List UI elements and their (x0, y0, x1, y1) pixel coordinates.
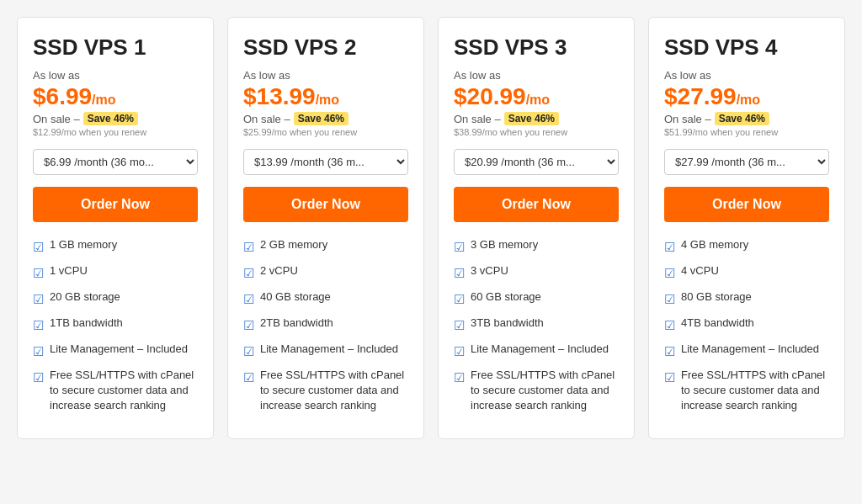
plan-term-select[interactable]: $27.99 /month (36 m... (664, 149, 829, 175)
sale-line: On sale – Save 46% (33, 112, 198, 125)
feature-text: 4TB bandwidth (681, 316, 754, 331)
renew-price: $38.99/mo when you renew (454, 127, 619, 137)
plan-price: $13.99/mo (243, 83, 408, 110)
checkmark-icon: ☑ (33, 316, 44, 334)
feature-item: ☑Lite Management – Included (33, 342, 198, 360)
feature-text: 3TB bandwidth (471, 316, 544, 331)
checkmark-icon: ☑ (33, 290, 44, 308)
order-now-button[interactable]: Order Now (33, 187, 198, 222)
feature-text: 1 vCPU (50, 263, 88, 279)
feature-text: Free SSL/HTTPS with cPanel to secure cus… (50, 368, 198, 414)
feature-item: ☑2TB bandwidth (243, 316, 408, 334)
renew-price: $12.99/mo when you renew (33, 127, 198, 137)
plan-title: SSD VPS 2 (243, 34, 408, 61)
as-low-as-label: As low as (664, 69, 829, 82)
checkmark-icon: ☑ (243, 369, 254, 386)
feature-text: 2 GB memory (260, 237, 327, 252)
plan-card-vps3: SSD VPS 3As low as$20.99/moOn sale – Sav… (438, 17, 635, 439)
feature-text: Free SSL/HTTPS with cPanel to secure cus… (471, 368, 619, 414)
checkmark-icon: ☑ (243, 264, 254, 282)
sale-text: On sale – (33, 113, 80, 125)
features-list: ☑3 GB memory☑3 vCPU☑60 GB storage☑3TB ba… (454, 237, 619, 414)
feature-item: ☑Free SSL/HTTPS with cPanel to secure cu… (454, 368, 619, 414)
checkmark-icon: ☑ (454, 342, 465, 360)
checkmark-icon: ☑ (454, 290, 465, 308)
checkmark-icon: ☑ (664, 290, 675, 308)
as-low-as-label: As low as (454, 69, 619, 82)
sale-text: On sale – (243, 113, 290, 125)
checkmark-icon: ☑ (243, 342, 254, 360)
save-badge: Save 46% (504, 112, 559, 125)
checkmark-icon: ☑ (454, 238, 465, 256)
checkmark-icon: ☑ (454, 316, 465, 334)
features-list: ☑2 GB memory☑2 vCPU☑40 GB storage☑2TB ba… (243, 237, 408, 414)
plan-card-vps4: SSD VPS 4As low as$27.99/moOn sale – Sav… (648, 17, 845, 439)
checkmark-icon: ☑ (664, 342, 675, 360)
feature-item: ☑1 GB memory (33, 237, 198, 256)
save-badge: Save 46% (83, 112, 138, 125)
plan-card-vps1: SSD VPS 1As low as$6.99/moOn sale – Save… (17, 17, 214, 439)
feature-text: 4 vCPU (681, 263, 719, 279)
feature-item: ☑4TB bandwidth (664, 316, 829, 334)
sale-line: On sale – Save 46% (664, 112, 829, 125)
as-low-as-label: As low as (33, 69, 198, 82)
feature-item: ☑20 GB storage (33, 289, 198, 308)
plan-title: SSD VPS 4 (664, 34, 829, 61)
feature-item: ☑Lite Management – Included (454, 342, 619, 360)
plan-price: $6.99/mo (33, 83, 198, 110)
checkmark-icon: ☑ (664, 238, 675, 256)
checkmark-icon: ☑ (454, 369, 465, 386)
feature-text: 2 vCPU (260, 263, 298, 279)
order-now-button[interactable]: Order Now (243, 187, 408, 222)
plan-term-select[interactable]: $13.99 /month (36 m... (243, 149, 408, 175)
feature-item: ☑40 GB storage (243, 289, 408, 308)
feature-item: ☑Free SSL/HTTPS with cPanel to secure cu… (33, 368, 198, 414)
feature-item: ☑Free SSL/HTTPS with cPanel to secure cu… (243, 368, 408, 414)
feature-item: ☑4 vCPU (664, 263, 829, 282)
plan-card-vps2: SSD VPS 2As low as$13.99/moOn sale – Sav… (227, 17, 424, 439)
checkmark-icon: ☑ (243, 238, 254, 256)
feature-text: 3 GB memory (471, 237, 538, 252)
checkmark-icon: ☑ (454, 264, 465, 282)
feature-item: ☑Lite Management – Included (664, 342, 829, 360)
checkmark-icon: ☑ (664, 316, 675, 334)
feature-text: Free SSL/HTTPS with cPanel to secure cus… (681, 368, 829, 414)
plan-title: SSD VPS 1 (33, 34, 198, 61)
order-now-button[interactable]: Order Now (664, 187, 829, 222)
sale-text: On sale – (664, 113, 711, 125)
checkmark-icon: ☑ (33, 264, 44, 282)
feature-text: 3 vCPU (471, 263, 508, 279)
checkmark-icon: ☑ (664, 369, 675, 386)
save-badge: Save 46% (715, 112, 769, 125)
feature-item: ☑1TB bandwidth (33, 316, 198, 334)
feature-text: Lite Management – Included (471, 342, 609, 357)
feature-item: ☑80 GB storage (664, 289, 829, 308)
feature-item: ☑1 vCPU (33, 263, 198, 282)
feature-item: ☑3 vCPU (454, 263, 619, 282)
feature-item: ☑Lite Management – Included (243, 342, 408, 360)
feature-item: ☑Free SSL/HTTPS with cPanel to secure cu… (664, 368, 829, 414)
plan-term-select[interactable]: $6.99 /month (36 mo... (33, 149, 198, 175)
feature-text: Lite Management – Included (681, 342, 819, 357)
plan-title: SSD VPS 3 (454, 34, 619, 61)
checkmark-icon: ☑ (33, 342, 44, 360)
checkmark-icon: ☑ (664, 264, 675, 282)
plan-price: $20.99/mo (454, 83, 619, 110)
feature-text: Lite Management – Included (50, 342, 188, 357)
feature-text: Lite Management – Included (260, 342, 398, 357)
feature-text: 2TB bandwidth (260, 316, 333, 331)
order-now-button[interactable]: Order Now (454, 187, 619, 222)
feature-item: ☑3 GB memory (454, 237, 619, 256)
feature-text: 40 GB storage (260, 289, 331, 305)
feature-item: ☑60 GB storage (454, 289, 619, 308)
feature-text: 1TB bandwidth (50, 316, 123, 331)
feature-text: 20 GB storage (50, 289, 120, 305)
checkmark-icon: ☑ (243, 290, 254, 308)
sale-line: On sale – Save 46% (243, 112, 408, 125)
plan-term-select[interactable]: $20.99 /month (36 m... (454, 149, 619, 175)
renew-price: $51.99/mo when you renew (664, 127, 829, 137)
renew-price: $25.99/mo when you renew (243, 127, 408, 137)
feature-item: ☑4 GB memory (664, 237, 829, 256)
feature-item: ☑2 GB memory (243, 237, 408, 256)
feature-item: ☑3TB bandwidth (454, 316, 619, 334)
